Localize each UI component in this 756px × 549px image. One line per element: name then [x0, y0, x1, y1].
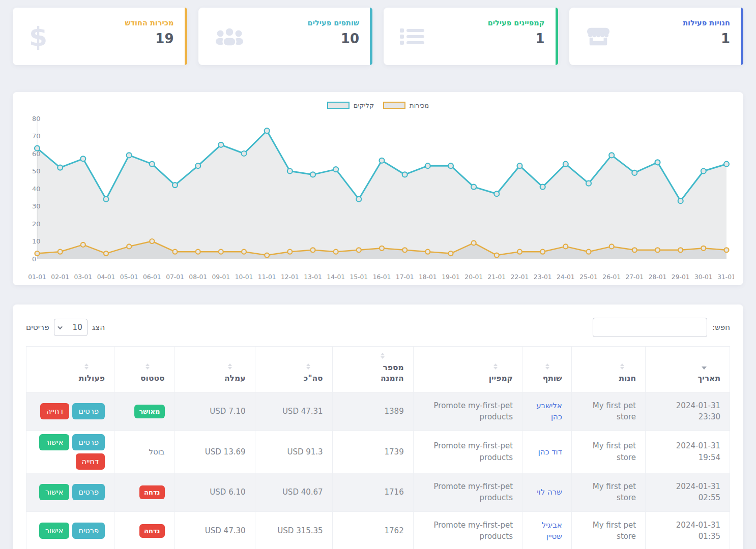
list-icon [400, 28, 424, 45]
chart-legend: קליקיםמכירות [22, 99, 734, 111]
legend-swatch [383, 102, 405, 109]
svg-text:17-01: 17-01 [396, 273, 414, 281]
users-icon [215, 26, 244, 47]
svg-text:07-01: 07-01 [166, 273, 184, 281]
column-header-date[interactable]: תאריך [646, 347, 730, 392]
svg-text:09-01: 09-01 [212, 273, 230, 281]
card-accent-bar [370, 8, 372, 65]
orders-table: תאריךחנותשותףקמפייןמספר הזמנהסה"כעמלהסטט… [26, 346, 730, 549]
svg-text:20-01: 20-01 [464, 273, 483, 281]
legend-item-0[interactable]: קליקים [327, 102, 374, 109]
store-icon [586, 25, 611, 48]
action-button-green[interactable]: אישור [39, 523, 69, 539]
svg-text:02-01: 02-01 [51, 273, 69, 281]
svg-text:05-01: 05-01 [120, 273, 138, 281]
svg-text:03-01: 03-01 [74, 273, 92, 281]
svg-text:30-01: 30-01 [694, 273, 713, 281]
svg-text:21-01: 21-01 [487, 273, 506, 281]
cell-order: 1389 [332, 392, 413, 431]
cell-date: 2024-01-3102:55 [646, 473, 730, 511]
cell-partner: שרה לוי [522, 473, 572, 511]
svg-text:12-01: 12-01 [281, 273, 299, 281]
svg-text:13-01: 13-01 [304, 273, 322, 281]
column-header-label: סה"כ [304, 373, 323, 384]
action-button-teal[interactable]: פרטים [72, 403, 105, 419]
cell-total: USD 91.3 [255, 431, 332, 473]
column-header-store[interactable]: חנות [571, 347, 645, 392]
cell-status: נדחה [114, 511, 174, 549]
cell-store: My first pet store [571, 392, 645, 431]
cell-campaign: Promote my-first-pet products [413, 473, 522, 511]
action-button-teal[interactable]: פרטים [72, 484, 105, 500]
cell-commission: USD 7.10 [174, 392, 255, 431]
svg-text:08-01: 08-01 [189, 273, 207, 281]
stat-card-active-campaigns: קמפיינים פעילים 1 [384, 8, 558, 65]
table-row: 2024-01-3123:30My first pet storeאלישבע … [26, 392, 730, 431]
show-label: הצג [92, 323, 105, 332]
column-header-actions[interactable]: פעולות [26, 347, 114, 392]
legend-item-1[interactable]: מכירות [383, 102, 429, 109]
card-accent-bar [556, 8, 558, 65]
legend-label: קליקים [354, 102, 374, 109]
svg-text:25-01: 25-01 [579, 273, 598, 281]
cell-partner: אביגיל שטיין [522, 511, 572, 549]
svg-text:22-01: 22-01 [511, 273, 529, 281]
action-button-green[interactable]: אישור [39, 484, 69, 500]
cell-commission: USD 13.69 [174, 431, 255, 473]
svg-text:06-01: 06-01 [143, 273, 161, 281]
cell-store: My first pet store [571, 431, 645, 473]
items-label: פריטים [26, 323, 49, 332]
column-header-label: חנות [619, 373, 636, 384]
svg-text:80: 80 [32, 115, 41, 123]
column-header-commission[interactable]: עמלה [174, 347, 255, 392]
cell-date: 2024-01-3101:35 [646, 511, 730, 549]
column-header-total[interactable]: סה"כ [255, 347, 332, 392]
svg-text:18-01: 18-01 [419, 273, 437, 281]
sort-desc-icon [702, 367, 707, 370]
column-header-status[interactable]: סטטוס [114, 347, 174, 392]
svg-text:10-01: 10-01 [235, 273, 253, 281]
action-button-teal[interactable]: פרטים [72, 523, 105, 539]
partner-link[interactable]: אביגיל שטיין [542, 521, 562, 541]
stat-card-active-stores: חנויות פעילות 1 [569, 8, 744, 65]
column-header-label: תאריך [697, 373, 720, 384]
svg-text:23-01: 23-01 [534, 273, 552, 281]
table-header-row: תאריךחנותשותףקמפייןמספר הזמנהסה"כעמלהסטט… [26, 347, 730, 392]
cell-order: 1762 [332, 511, 413, 549]
partner-link[interactable]: שרה לוי [537, 487, 562, 497]
svg-text:14-01: 14-01 [327, 273, 345, 281]
svg-text:24-01: 24-01 [557, 273, 575, 281]
action-button-red[interactable]: דחייה [40, 403, 69, 419]
cell-status: נדחה [114, 473, 174, 511]
cell-campaign: Promote my-first-pet products [413, 511, 522, 549]
stats-cards-row: חנויות פעילות 1 קמפיינים פעילים 1 שותפים [0, 0, 756, 65]
card-accent-bar [185, 8, 187, 65]
status-text: בוטל [149, 447, 164, 456]
column-header-partner[interactable]: שותף [522, 347, 572, 392]
sort-icon [306, 363, 310, 370]
table-row: 2024-01-3102:55My first pet storeשרה לוי… [26, 473, 730, 511]
cell-partner: אלישבע כהן [522, 392, 572, 431]
column-header-label: מספר הזמנה [371, 362, 404, 384]
svg-text:70: 70 [32, 132, 41, 140]
search-input[interactable] [593, 318, 707, 337]
action-button-teal[interactable]: פרטים [72, 434, 105, 450]
svg-text:0: 0 [32, 255, 36, 263]
search-label: חפש: [712, 323, 730, 332]
cell-status: בוטל [114, 431, 174, 473]
action-button-red[interactable]: דחייה [76, 453, 105, 470]
cell-campaign: Promote my-first-pet products [413, 392, 522, 431]
partner-link[interactable]: אלישבע כהן [536, 401, 562, 422]
page-size-select[interactable]: 10 [54, 319, 88, 336]
column-header-label: שותף [543, 373, 562, 384]
column-header-order[interactable]: מספר הזמנה [332, 347, 413, 392]
clicks-sales-chart-panel: קליקיםמכירות 0102030405060708001-0102-01… [13, 92, 743, 285]
column-header-campaign[interactable]: קמפיין [413, 347, 522, 392]
orders-table-panel: חפש: הצג 10 פריטים תאריךחנותשותףקמפייןמס… [13, 304, 743, 549]
sort-icon [493, 363, 498, 370]
svg-text:31-01: 31-01 [717, 273, 734, 281]
action-button-green[interactable]: אישור [39, 434, 69, 450]
card-accent-bar [741, 8, 743, 65]
partner-link[interactable]: דוד כהן [538, 447, 562, 456]
legend-label: מכירות [410, 102, 429, 109]
